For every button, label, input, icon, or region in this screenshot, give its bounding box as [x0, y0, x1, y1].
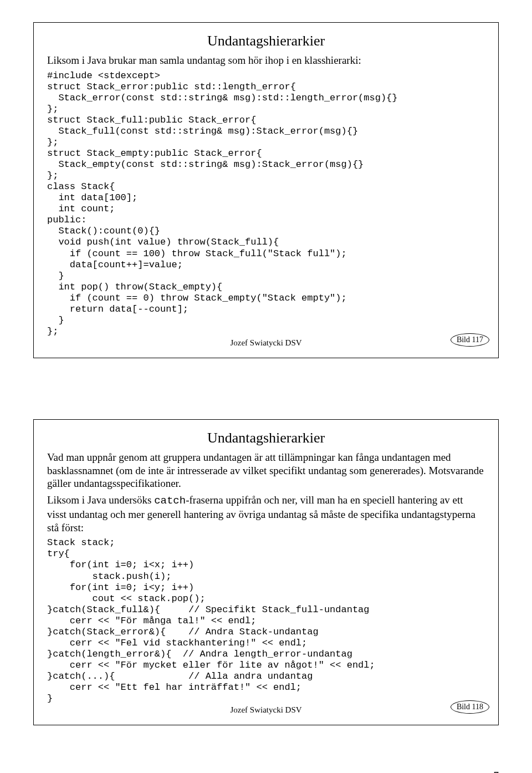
slide-box-1: Undantagshierarkier Liksom i Java brukar…: [33, 22, 499, 358]
slide-box-2: Undantagshierarkier Vad man uppnår genom…: [33, 419, 499, 725]
slide2-author: Jozef Swiatycki DSV: [47, 705, 485, 715]
slide-title-2: Undantagshierarkier: [47, 430, 485, 446]
slide2-para1: Vad man uppnår genom att gruppera undant…: [47, 451, 485, 490]
slide2-code-block: Stack stack; try{ for(int i=0; i<x; i++)…: [47, 537, 485, 704]
slide1-code-block: #include <stdexcept> struct Stack_error:…: [47, 70, 485, 337]
page-container: Undantagshierarkier Liksom i Java brukar…: [0, 0, 532, 770]
slide2-badge: Bild 118: [451, 700, 489, 714]
slide2-para2a: Liksom i Java undersöks: [47, 494, 154, 506]
slide2-catch-code: catch: [154, 495, 186, 507]
slide1-badge: Bild 117: [451, 333, 489, 347]
slide-title-1: Undantagshierarkier: [47, 33, 485, 49]
slide1-author: Jozef Swiatycki DSV: [47, 338, 485, 348]
slide1-intro: Liksom i Java brukar man samla undantag …: [47, 54, 485, 67]
slide2-para2: Liksom i Java undersöks catch-fraserna u…: [47, 494, 485, 534]
page-number: 7: [0, 770, 532, 773]
